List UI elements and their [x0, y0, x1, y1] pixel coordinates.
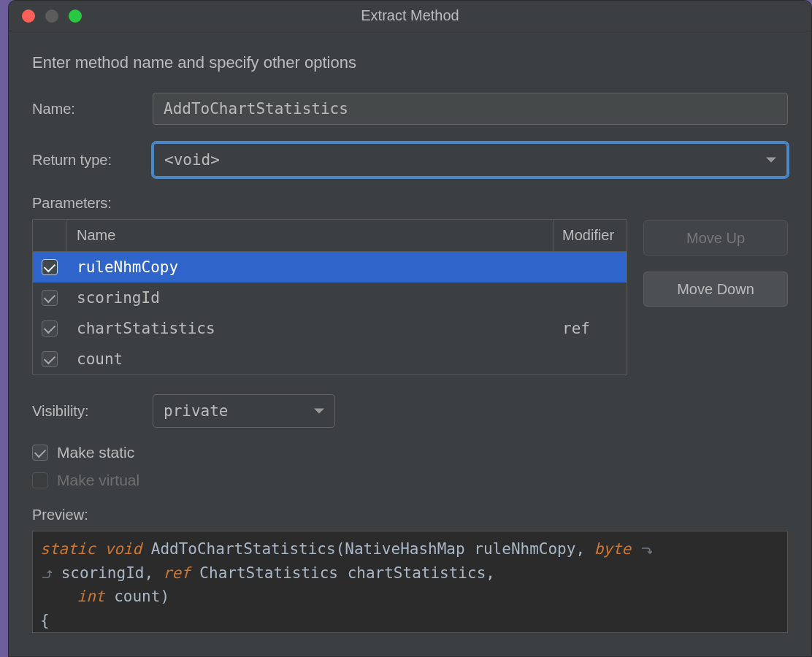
- parameter-row[interactable]: scoringId: [33, 283, 627, 313]
- param-modifier[interactable]: ref: [554, 320, 627, 337]
- param-checkbox[interactable]: [42, 351, 58, 367]
- titlebar[interactable]: Extract Method: [9, 1, 811, 31]
- param-name[interactable]: chartStatistics: [66, 320, 554, 337]
- preview-label: Preview:: [32, 507, 788, 523]
- parameters-table[interactable]: Name Modifier ruleNhmCopy scoringId char…: [32, 219, 627, 375]
- parameter-row[interactable]: count: [33, 344, 627, 374]
- preview-brace: {: [40, 612, 50, 629]
- parameter-row[interactable]: ruleNhmCopy: [33, 252, 627, 283]
- return-type-select-wrap: <void>: [153, 142, 788, 177]
- extract-method-dialog: Extract Method Enter method name and spe…: [8, 0, 812, 657]
- return-type-row: Return type: <void>: [32, 142, 788, 177]
- instructions-text: Enter method name and specify other opti…: [32, 53, 788, 72]
- param-name[interactable]: scoringId: [66, 289, 554, 307]
- visibility-select[interactable]: private: [153, 394, 335, 428]
- return-type-value: <void>: [164, 151, 220, 169]
- preview-pane[interactable]: static void AddToChartStatistics(NativeH…: [32, 531, 788, 633]
- window-title: Extract Method: [9, 7, 811, 24]
- col-modifier-header[interactable]: Modifier: [554, 220, 627, 251]
- method-name-input[interactable]: [153, 93, 788, 125]
- name-label: Name:: [32, 101, 153, 118]
- window-controls: [22, 9, 82, 23]
- preview-method-name: AddToChartStatistics: [151, 540, 336, 558]
- preview-p1-type: NativeHashMap: [345, 540, 464, 558]
- param-checkbox[interactable]: [42, 290, 58, 306]
- preview-p2-name: scoringId: [61, 564, 145, 582]
- kw-static: static: [40, 540, 96, 558]
- param-name[interactable]: count: [66, 350, 554, 368]
- param-checkbox[interactable]: [42, 259, 58, 275]
- dialog-content: Enter method name and specify other opti…: [9, 31, 811, 633]
- visibility-value: private: [164, 402, 229, 420]
- name-row: Name:: [32, 93, 788, 125]
- soft-wrap-end-icon: [640, 539, 652, 550]
- options-group: Make static Make virtual: [32, 444, 788, 489]
- chevron-down-icon: [766, 158, 776, 163]
- parameters-area: Name Modifier ruleNhmCopy scoringId char…: [32, 219, 788, 375]
- minimize-window-icon[interactable]: [45, 9, 58, 23]
- zoom-window-icon[interactable]: [69, 9, 82, 23]
- preview-p4-name: count: [114, 588, 160, 605]
- param-name[interactable]: ruleNhmCopy: [66, 258, 554, 276]
- preview-p3-name: chartStatistics: [348, 564, 486, 582]
- col-name-header[interactable]: Name: [66, 220, 554, 251]
- parameters-label: Parameters:: [32, 195, 788, 212]
- make-virtual-checkbox: [32, 472, 48, 488]
- soft-wrap-start-icon: [40, 563, 52, 575]
- move-down-button[interactable]: Move Down: [643, 272, 788, 307]
- col-checkbox: [33, 220, 66, 251]
- chevron-down-icon: [314, 409, 324, 414]
- make-virtual-label: Make virtual: [57, 472, 139, 489]
- make-static-checkbox[interactable]: [32, 445, 48, 461]
- return-type-label: Return type:: [32, 152, 153, 169]
- close-window-icon[interactable]: [22, 9, 35, 23]
- preview-p3-type: ChartStatistics: [199, 564, 338, 582]
- param-checkbox[interactable]: [42, 320, 58, 337]
- make-static-option[interactable]: Make static: [32, 444, 788, 461]
- visibility-row: Visibility: private: [32, 394, 788, 428]
- kw-int: int: [77, 588, 105, 605]
- preview-p1-name: ruleNhmCopy: [474, 540, 575, 558]
- parameters-table-header: Name Modifier: [33, 220, 627, 252]
- visibility-label: Visibility:: [32, 403, 153, 420]
- kw-void: void: [105, 540, 142, 558]
- move-up-button[interactable]: Move Up: [643, 220, 788, 256]
- return-type-select[interactable]: <void>: [153, 142, 788, 177]
- kw-ref: ref: [163, 564, 191, 582]
- kw-byte: byte: [594, 540, 632, 558]
- make-virtual-option: Make virtual: [32, 472, 788, 489]
- make-static-label: Make static: [57, 444, 134, 461]
- move-buttons: Move Up Move Down: [643, 219, 788, 375]
- parameter-row[interactable]: chartStatistics ref: [33, 313, 627, 344]
